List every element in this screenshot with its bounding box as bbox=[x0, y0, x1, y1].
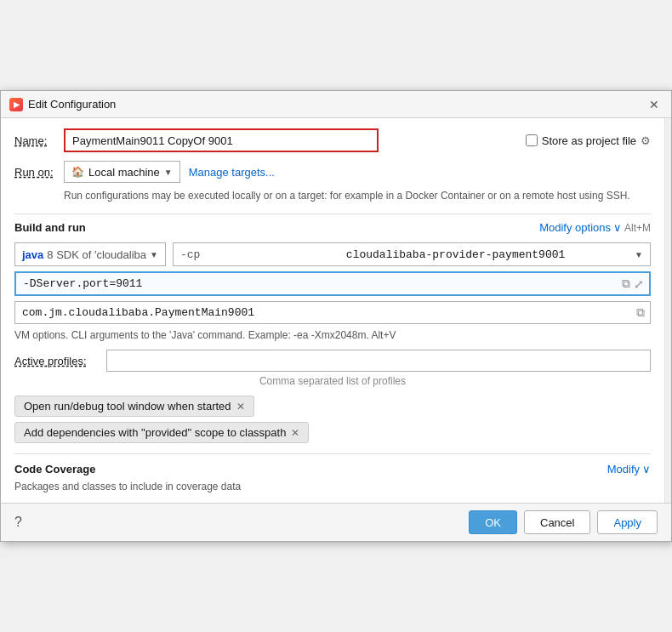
sdk-java-text: java bbox=[22, 248, 43, 261]
dialog-footer: ? OK Cancel Apply bbox=[1, 503, 671, 541]
close-button[interactable]: ✕ bbox=[646, 96, 663, 113]
vm-options-input[interactable] bbox=[16, 273, 617, 294]
name-label: Name: bbox=[14, 134, 64, 147]
run-on-hint: Run configurations may be executed local… bbox=[64, 188, 651, 203]
modify-link[interactable]: Modify ∨ bbox=[607, 463, 651, 475]
expand-icon[interactable]: ⤢ bbox=[634, 277, 644, 291]
vm-icons-container: ⧉ ⤢ bbox=[617, 276, 649, 291]
sdk-dropdown-arrow: ▼ bbox=[150, 250, 158, 259]
tag-add-dependencies: Add dependencies with "provided" scope t… bbox=[14, 422, 309, 443]
modify-text: Modify bbox=[607, 463, 640, 475]
scrollbar[interactable] bbox=[664, 118, 671, 503]
tag-open-run-debug: Open run/debug tool window when started … bbox=[14, 396, 254, 417]
dialog-title: Edit Configuration bbox=[28, 98, 116, 111]
modify-options-text: Modify options bbox=[539, 221, 611, 234]
run-on-label: Run on: bbox=[14, 166, 64, 179]
edit-configuration-dialog: ▶ Edit Configuration ✕ Name: Store as pr… bbox=[0, 90, 672, 542]
tag-open-run-debug-text: Open run/debug tool window when started bbox=[24, 400, 231, 413]
code-coverage-section: Code Coverage Modify ∨ bbox=[14, 453, 651, 475]
app-icon: ▶ bbox=[9, 98, 23, 111]
sdk-version: 8 SDK of 'cloudaliba bbox=[47, 248, 146, 261]
vm-options-row: ⧉ ⤢ bbox=[14, 271, 651, 296]
main-class-row: ⧉ bbox=[14, 301, 651, 324]
footer-buttons: OK Cancel Apply bbox=[469, 510, 658, 534]
help-icon[interactable]: ? bbox=[14, 515, 22, 530]
local-machine-dropdown[interactable]: 🏠 Local machine ▼ bbox=[64, 161, 180, 183]
manage-targets-link[interactable]: Manage targets... bbox=[189, 166, 275, 179]
modify-arrow: ∨ bbox=[642, 463, 651, 475]
title-bar: ▶ Edit Configuration ✕ bbox=[1, 91, 671, 118]
sdk-dropdown[interactable]: java 8 SDK of 'cloudaliba ▼ bbox=[14, 242, 166, 266]
tag-container: Open run/debug tool window when started … bbox=[14, 396, 651, 443]
dialog-body: Name: Store as project file ⚙ Run on: 🏠 … bbox=[1, 118, 671, 503]
house-icon: 🏠 bbox=[71, 166, 84, 178]
classpath-dropdown[interactable]: -cp cloudalibaba-provider-payment9001 ▼ bbox=[173, 242, 651, 266]
main-content: Name: Store as project file ⚙ Run on: 🏠 … bbox=[1, 118, 664, 503]
dropdown-arrow-icon: ▼ bbox=[164, 168, 173, 177]
tag-add-dependencies-text: Add dependencies with "provided" scope t… bbox=[24, 426, 286, 439]
cp-flag: -cp bbox=[180, 248, 200, 261]
ok-button[interactable]: OK bbox=[469, 510, 517, 534]
active-profiles-input[interactable] bbox=[106, 350, 651, 372]
title-bar-left: ▶ Edit Configuration bbox=[9, 98, 116, 111]
store-project-container: Store as project file ⚙ bbox=[526, 134, 651, 147]
sdk-classpath-row: java 8 SDK of 'cloudaliba ▼ -cp cloudali… bbox=[14, 242, 651, 266]
active-profiles-label: Active profiles: bbox=[14, 355, 100, 367]
tag-add-dependencies-close[interactable]: ✕ bbox=[291, 427, 299, 439]
main-class-input[interactable] bbox=[15, 302, 631, 323]
active-profiles-row: Active profiles: bbox=[14, 350, 651, 372]
vm-hint-text: VM options. CLI arguments to the 'Java' … bbox=[14, 329, 651, 341]
copy-icon[interactable]: ⧉ bbox=[622, 276, 630, 291]
main-class-browse-icon[interactable]: ⧉ bbox=[631, 305, 650, 320]
gear-icon[interactable]: ⚙ bbox=[641, 134, 651, 147]
cp-value: cloudalibaba-provider-payment9001 bbox=[346, 248, 565, 261]
cancel-button[interactable]: Cancel bbox=[524, 510, 590, 534]
apply-button[interactable]: Apply bbox=[597, 510, 658, 534]
profiles-hint: Comma separated list of profiles bbox=[14, 375, 651, 387]
store-project-label: Store as project file bbox=[542, 134, 636, 147]
build-run-title: Build and run bbox=[14, 221, 86, 234]
modify-options-arrow: ∨ bbox=[613, 221, 622, 234]
build-run-header: Build and run Modify options ∨ Alt+M bbox=[14, 221, 651, 234]
name-row: Name: Store as project file ⚙ bbox=[14, 128, 651, 152]
section-divider bbox=[14, 214, 651, 214]
name-field-container: Store as project file ⚙ bbox=[64, 128, 651, 152]
modify-options-link[interactable]: Modify options ∨ Alt+M bbox=[539, 221, 651, 234]
coverage-hint: Packages and classes to include in cover… bbox=[14, 481, 651, 493]
local-machine-text: Local machine bbox=[88, 166, 160, 179]
cp-dropdown-arrow: ▼ bbox=[635, 250, 643, 259]
store-project-checkbox[interactable] bbox=[526, 134, 538, 146]
tag-open-run-debug-close[interactable]: ✕ bbox=[236, 401, 245, 413]
run-on-row: Run on: 🏠 Local machine ▼ Manage targets… bbox=[14, 161, 651, 183]
name-input[interactable] bbox=[64, 128, 379, 152]
shortcut-hint: Alt+M bbox=[624, 222, 651, 234]
code-coverage-title: Code Coverage bbox=[14, 463, 95, 475]
